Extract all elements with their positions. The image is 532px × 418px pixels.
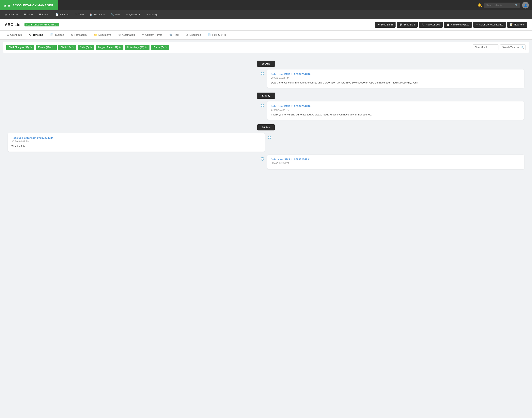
tab-deadlines-label: Deadlines [189,33,201,36]
badge-text: REGISTERED ON AM PORTAL [26,24,56,26]
logo-area: ▲▲ ACCOUNTANCY MANAGER [0,0,58,10]
risk-icon: 🏦 [169,33,172,36]
deadlines-icon: ⏱ [186,33,188,36]
bell-icon[interactable]: 🔔 [477,3,482,7]
dot-col-3 [265,132,274,139]
tab-documents[interactable]: 📁 Documents [90,31,115,40]
nav-settings-label: Settings [149,13,158,16]
filter-forms[interactable]: Forms (7) ↻ [151,45,169,50]
tab-profitability[interactable]: ⊙ Profitability [68,31,91,40]
tab-documents-label: Documents [98,33,111,36]
filter-sms[interactable]: SMS (22) ↻ [58,45,76,50]
action-buttons: ✉ Send Email 💬 Send SMS 📞 New Call Log 📋… [375,22,527,28]
tab-custom-forms-label: Custom Forms [145,33,162,36]
new-note-icon: 📝 [510,23,513,26]
filter-bar: Field Changes (57) ↻ Emails (128) ↻ SMS … [3,42,529,53]
content-area: Field Changes (57) ↻ Emails (128) ↻ SMS … [0,42,532,179]
entry-body-1: Dear Jane, we confirm that the Accounts … [271,81,520,85]
tab-automation[interactable]: ✉ Automation [115,31,138,40]
timeline-entry: John sent SMS to 07837234234 28 Aug 01:2… [8,69,524,89]
badge-info-icon: ℹ [57,24,58,26]
client-header: ABC Ltd REGISTERED ON AM PORTAL ℹ ✉ Send… [0,19,532,31]
sms-label: SMS (22) [61,46,71,49]
tab-hmrc-label: HMRC 64-8 [212,33,226,36]
forms-label: Forms (7) [154,46,164,49]
entry-time-2: 13 May 10:44 PM [271,108,520,111]
nav-tools[interactable]: 🔧 Tools [108,12,123,17]
refresh-icon-6: ↻ [145,46,147,49]
filter-logged-time[interactable]: Logged Time (149) ↻ [96,45,123,50]
overview-icon: ⊞ [5,13,7,16]
tab-client-info-label: Client Info [10,33,22,36]
nav-overview-label: Overview [8,13,18,16]
filter-field-changes[interactable]: Field Changes (57) ↻ [6,45,34,50]
time-icon: ⏱ [75,13,77,16]
entry-card-4: John sent SMS to 07837234234 30 Jan 12:1… [267,155,524,169]
correspondence-icon: ✉ [476,23,478,26]
entry-title-3: Received SMS from 07837234234 [12,136,261,139]
tab-timeline[interactable]: ⏱ Timeline [25,31,47,40]
filter-right: 🔍 [473,44,526,50]
send-sms-button[interactable]: 💬 Send SMS [397,22,418,28]
client-name: ABC Ltd [5,23,21,27]
entry-body-2: Thank you for visiting our office today,… [271,113,520,117]
entry-time-3: 30 Jan 02:08 PM [12,140,261,143]
entry-card-1: John sent SMS to 07837234234 28 Aug 01:2… [267,70,524,88]
avatar[interactable]: 👤 [522,2,529,9]
new-note-button[interactable]: 📝 New Note [507,22,527,28]
search-icon: 🔍 [515,4,518,7]
filter-calls[interactable]: Calls (6) ↻ [78,45,94,50]
client-search-input[interactable] [484,2,520,8]
entry-time-4: 30 Jan 12:16 PM [271,162,520,164]
refresh-icon-7: ↻ [165,46,167,49]
tab-timeline-label: Timeline [33,33,43,36]
new-call-log-button[interactable]: 📞 New Call Log [419,22,443,28]
meeting-log-icon: 📋 [447,23,450,26]
nav-settings[interactable]: ⚙ Settings [143,12,160,17]
nav-queued[interactable]: ✉ Queued 3 [124,12,142,17]
tab-risk[interactable]: 🏦 Risk [166,31,182,40]
new-meeting-log-button[interactable]: 📋 New Meeting Log [444,22,472,28]
dot-col-1 [258,69,267,75]
refresh-icon-3: ↻ [72,46,74,49]
tab-risk-label: Risk [174,33,178,36]
filter-emails[interactable]: Emails (128) ↻ [36,45,57,50]
nav-invoicing-label: Invoicing [59,13,69,16]
dot-col-4 [258,154,267,161]
nav-time-label: Time [78,13,84,16]
filter-month-input[interactable] [473,44,498,50]
send-email-label: Send Email [381,23,393,26]
tab-custom-forms[interactable]: ✏ Custom Forms [138,31,166,40]
automation-icon: ✉ [118,33,121,36]
timeline-entry-2: John sent SMS to 07837234234 13 May 10:4… [8,101,524,121]
tools-icon: 🔧 [111,13,114,16]
timeline-icon: ⏱ [29,33,32,36]
other-correspondence-button[interactable]: ✉ Other Correspondence [473,22,506,28]
main-nav: ⊞ Overview ☰ Tasks ☰ Clients 📄 Invoicing… [0,10,532,19]
nav-queued-label: Queued 3 [129,13,140,16]
filter-notes-logs[interactable]: Notes/Logs (48) ↻ [125,45,150,50]
app-name: ACCOUNTANCY MANAGER [13,4,54,7]
nav-resources[interactable]: 📚 Resources [87,12,108,17]
resources-icon: 📚 [89,13,92,16]
send-email-button[interactable]: ✉ Send Email [375,22,396,28]
timeline-dot-4 [261,157,264,161]
refresh-icon-2: ↻ [52,46,54,49]
documents-icon: 📁 [94,33,97,36]
entry-card-3: Received SMS from 07837234234 30 Jan 02:… [8,133,265,151]
send-email-icon: ✉ [378,23,379,26]
new-note-label: New Note [514,23,524,26]
custom-forms-icon: ✏ [142,33,144,36]
nav-clients[interactable]: ☰ Clients [36,12,52,17]
tabs-bar: ☰ Client Info ⏱ Timeline 📄 Invoices ⊙ Pr… [0,31,532,40]
filter-search-wrapper: 🔍 [500,44,526,50]
tab-client-info[interactable]: ☰ Client Info [3,31,25,40]
tab-hmrc[interactable]: 📄 HMRC 64-8 [204,31,229,40]
tab-invoices[interactable]: 📄 Invoices [47,31,68,40]
send-sms-icon: 💬 [400,23,402,26]
tab-deadlines[interactable]: ⏱ Deadlines [182,31,204,40]
nav-time[interactable]: ⏱ Time [72,12,86,17]
nav-overview[interactable]: ⊞ Overview [2,12,21,17]
nav-tasks[interactable]: ☰ Tasks [21,12,36,17]
nav-invoicing[interactable]: 📄 Invoicing [53,12,71,17]
